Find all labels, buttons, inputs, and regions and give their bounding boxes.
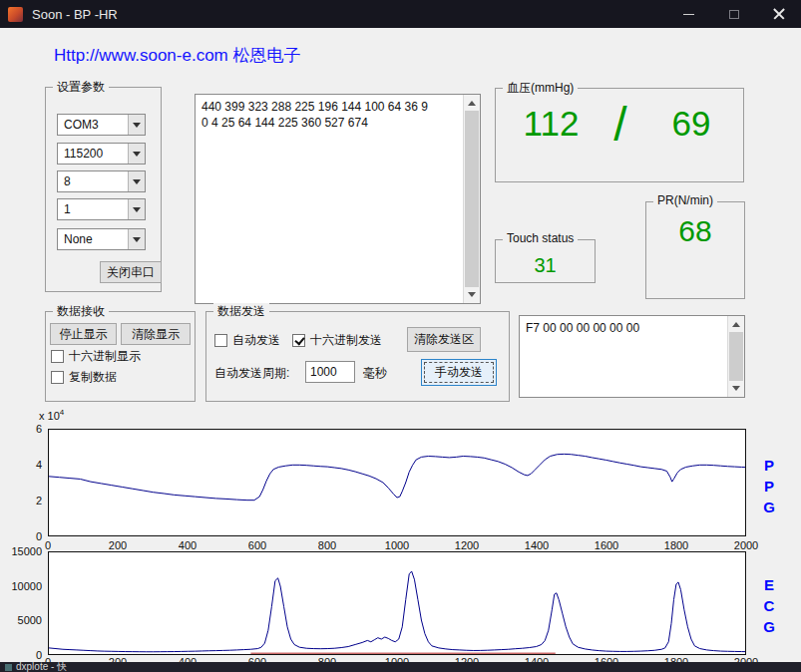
pulse-rate-group-label: PR(N/min) — [653, 193, 717, 207]
ppg-x-axis: 0200400600800100012001400160018002000 — [48, 539, 746, 551]
scroll-up-icon[interactable] — [464, 96, 480, 111]
send-scrollbar[interactable] — [727, 316, 744, 397]
hex-display-label: 十六进制显示 — [69, 348, 141, 365]
com-port-value: COM3 — [64, 115, 99, 135]
auto-send-period-label: 自动发送周期: — [214, 365, 289, 382]
systolic-value: 112 — [504, 104, 599, 144]
data-bits-value: 8 — [64, 171, 71, 191]
blood-pressure-group-label: 血压(mmHg) — [503, 80, 578, 97]
com-port-select[interactable]: COM3 — [57, 114, 146, 136]
scrollbar-thumb[interactable] — [465, 111, 479, 287]
auto-send-row: 自动发送 — [214, 332, 280, 348]
chevron-down-icon[interactable] — [128, 115, 145, 135]
data-bits-select[interactable]: 8 — [57, 170, 146, 192]
data-receive-group-label: 数据接收 — [53, 303, 109, 320]
copy-data-row: 复制数据 — [51, 369, 117, 385]
clear-display-button[interactable]: 清除显示 — [121, 323, 191, 345]
pulse-rate-value: 68 — [645, 214, 745, 248]
ppg-waveform — [49, 430, 745, 535]
receive-display[interactable]: 440 399 323 288 225 196 144 100 64 36 9 … — [195, 94, 481, 304]
send-display[interactable]: F7 00 00 00 00 00 00 — [519, 315, 745, 398]
hex-send-checkbox[interactable] — [292, 334, 305, 347]
chevron-down-icon[interactable] — [128, 199, 145, 219]
chevron-down-icon[interactable] — [128, 171, 145, 191]
matlab-app-icon — [8, 7, 23, 22]
chevron-down-icon[interactable] — [128, 144, 145, 164]
maximize-icon — [729, 10, 739, 19]
copy-data-label: 复制数据 — [69, 369, 117, 386]
title-bar: Soon - BP -HR — [0, 0, 801, 28]
window-title: Soon - BP -HR — [32, 7, 666, 22]
stop-bits-value: 1 — [64, 199, 71, 219]
ecg-plot — [48, 551, 746, 655]
send-display-text: F7 00 00 00 00 00 00 — [526, 320, 722, 336]
manual-send-button[interactable]: 手动发送 — [421, 359, 497, 386]
scroll-down-icon[interactable] — [464, 287, 480, 302]
bp-separator: / — [601, 97, 640, 152]
baud-rate-select[interactable]: 115200 — [57, 143, 146, 165]
chevron-down-icon[interactable] — [128, 229, 145, 249]
ppg-y-scale-label: x 104 — [39, 408, 64, 422]
close-button[interactable] — [756, 0, 801, 28]
stop-bits-select[interactable]: 1 — [57, 198, 146, 220]
clear-send-button[interactable]: 清除发送区 — [407, 327, 481, 352]
touch-status-value: 31 — [495, 254, 596, 277]
hex-send-label: 十六进制发送 — [310, 332, 382, 349]
website-link[interactable]: Http://www.soon-e.com 松恩电子 — [54, 44, 301, 67]
auto-send-checkbox[interactable] — [214, 334, 227, 347]
close-serial-button[interactable]: 关闭串口 — [100, 261, 162, 283]
settings-group-label: 设置参数 — [53, 79, 109, 96]
ppg-y-axis: 6420 — [18, 429, 42, 536]
milliseconds-label: 毫秒 — [363, 365, 387, 382]
auto-send-label: 自动发送 — [232, 332, 280, 349]
maximize-button[interactable] — [711, 0, 756, 28]
copy-data-checkbox[interactable] — [51, 371, 64, 384]
data-send-group: 数据发送 — [205, 311, 510, 402]
minimize-button[interactable] — [666, 0, 711, 28]
ecg-label: ECG — [761, 574, 777, 637]
parity-value: None — [64, 229, 93, 249]
auto-send-period-input[interactable] — [305, 361, 355, 383]
hex-display-checkbox[interactable] — [51, 350, 64, 363]
scroll-up-icon[interactable] — [728, 317, 744, 332]
data-send-group-label: 数据发送 — [213, 303, 269, 320]
taskbar-item-icon — [5, 664, 12, 671]
stop-display-button[interactable]: 停止显示 — [50, 323, 117, 345]
parity-select[interactable]: None — [57, 228, 146, 250]
app-window: Soon - BP -HR Http://www.soon-e.com 松恩电子… — [0, 0, 801, 672]
touch-status-group-label: Touch status — [503, 231, 578, 245]
hex-display-row: 十六进制显示 — [51, 348, 141, 364]
ppg-label: PPG — [761, 455, 777, 517]
minimize-icon — [683, 14, 694, 15]
taskbar-item-label[interactable]: dxplote - 快 — [16, 660, 67, 672]
scroll-down-icon[interactable] — [728, 381, 744, 396]
receive-display-text: 440 399 323 288 225 196 144 100 64 36 9 … — [201, 99, 458, 131]
hex-send-row: 十六进制发送 — [292, 332, 382, 348]
close-icon — [773, 8, 785, 20]
baud-rate-value: 115200 — [64, 144, 103, 164]
receive-scrollbar[interactable] — [463, 95, 480, 303]
taskbar[interactable]: dxplote - 快 — [0, 662, 801, 672]
ppg-plot — [48, 429, 746, 536]
diastolic-value: 69 — [646, 104, 736, 144]
ecg-y-axis: 150001000050000 — [6, 551, 42, 655]
scrollbar-thumb[interactable] — [729, 332, 743, 381]
ecg-waveform — [49, 552, 745, 654]
